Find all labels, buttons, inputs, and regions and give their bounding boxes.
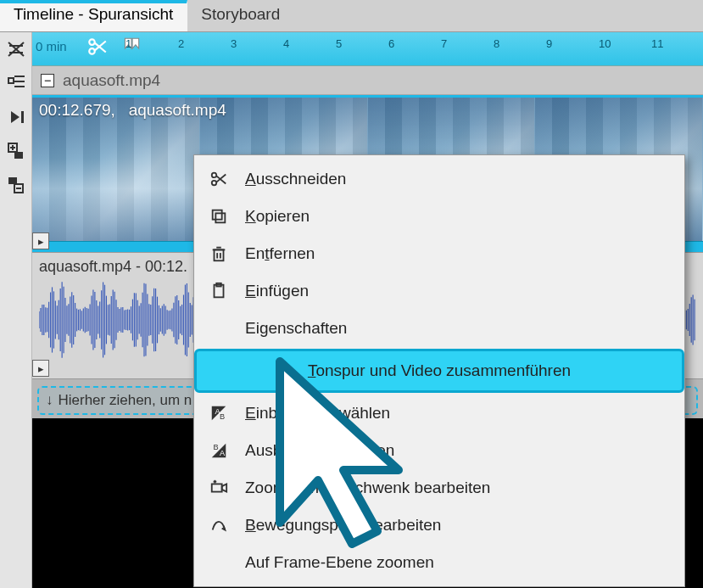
svg-rect-425 [215, 213, 225, 222]
ruler-tick: 11 [651, 37, 663, 50]
camera-icon [206, 479, 232, 497]
context-menu: AusschneidenKopierenEntfernenEinfügenEig… [193, 154, 685, 587]
menu-item-label: Entfernen [245, 244, 315, 263]
menu-item-label: Kopieren [245, 207, 310, 226]
menu-item-fadein[interactable]: ABEinblendung wählen [194, 395, 684, 432]
ruler-tick: 9 [546, 37, 552, 50]
view-tabs: Timeline - Spuransicht Storyboard [0, 0, 703, 32]
tool-add-above-icon[interactable] [4, 139, 28, 163]
menu-item-label: Auf Frame-Ebene zoomen [245, 553, 434, 572]
menu-item-label: Ausblendung wählen [245, 441, 394, 460]
clip-play-icon[interactable]: ▸ [32, 232, 49, 249]
svg-text:B: B [214, 443, 219, 451]
trash-icon [206, 244, 232, 263]
svg-text:B: B [220, 412, 225, 421]
ruler-tick: 6 [388, 37, 394, 50]
menu-item-label: Eigenschaften [245, 319, 347, 338]
ruler-tick: 7 [441, 37, 447, 50]
svg-marker-441 [222, 484, 227, 491]
svg-rect-14 [8, 177, 17, 184]
collapse-toggle-icon[interactable]: − [41, 74, 54, 87]
track-filename: aquasoft.mp4 [63, 71, 160, 90]
path-icon [206, 516, 232, 535]
left-toolbar [0, 32, 32, 588]
svg-rect-440 [212, 484, 222, 491]
menu-item-zoompan[interactable]: Zoom/Kameraschwenk bearbeiten [194, 469, 684, 507]
tab-storyboard[interactable]: Storyboard [187, 0, 294, 31]
svg-point-421 [212, 173, 217, 178]
menu-item-label: Zoom/Kameraschwenk bearbeiten [245, 479, 490, 497]
menu-item-framezoom[interactable]: Auf Frame-Ebene zoomen [194, 544, 684, 581]
ruler-tick: 4 [283, 37, 289, 50]
ruler-tick: 1 [126, 37, 131, 50]
tab-timeline[interactable]: Timeline - Spuransicht [0, 0, 187, 31]
svg-line-424 [216, 175, 226, 182]
paste-icon [206, 282, 232, 300]
fadein-icon: AB [206, 404, 232, 423]
svg-line-423 [216, 176, 226, 183]
menu-item-label: Einfügen [245, 282, 309, 300]
svg-rect-13 [14, 152, 23, 159]
menu-item-label: Ausschneiden [245, 170, 346, 188]
menu-item-properties[interactable]: Eigenschaften [194, 310, 684, 347]
svg-rect-426 [213, 210, 222, 220]
ruler-tick: 5 [336, 37, 342, 50]
copy-icon [206, 207, 232, 226]
menu-item-copy[interactable]: Kopieren [194, 198, 684, 235]
svg-rect-4 [8, 78, 14, 83]
tool-ruler-icon[interactable] [4, 37, 28, 61]
clip-timecode: 00:12.679, [39, 101, 115, 119]
ruler-tick: 10 [599, 37, 611, 50]
menu-item-delete[interactable]: Entfernen [194, 235, 684, 272]
clip-filename: aquasoft.mp4 [129, 101, 226, 119]
fadeout-icon: AB [206, 441, 232, 460]
down-arrow-icon: ↓ [46, 392, 53, 409]
dropzone-label: Hierher ziehen, um n [59, 392, 192, 409]
menu-item-motionpath[interactable]: Bewegungspfad bearbeiten [194, 507, 684, 544]
menu-item-cut[interactable]: Ausschneiden [194, 160, 684, 198]
svg-text:A: A [220, 449, 226, 457]
audio-play-icon[interactable]: ▸ [32, 360, 49, 377]
svg-rect-427 [215, 249, 224, 260]
ruler-tick: 2 [178, 37, 184, 50]
ruler-tick: 8 [494, 37, 499, 50]
scissors-icon [206, 170, 232, 188]
tool-add-below-icon[interactable] [4, 173, 28, 197]
menu-item-label: Bewegungspfad bearbeiten [245, 516, 441, 535]
svg-point-422 [212, 181, 217, 186]
tool-play-icon[interactable] [4, 105, 28, 129]
menu-item-fadeout[interactable]: ABAusblendung wählen [194, 432, 684, 469]
ruler-zero-label: 0 min [36, 39, 67, 53]
svg-rect-9 [21, 111, 24, 123]
menu-item-label: Tonspur und Video zusammenführen [308, 361, 571, 380]
track-header[interactable]: − aquasoft.mp4 [32, 66, 703, 95]
svg-marker-8 [11, 111, 20, 123]
time-ruler[interactable]: 0 min 123456789101112 [32, 32, 703, 66]
menu-item-label: Einblendung wählen [245, 404, 390, 423]
menu-item-paste[interactable]: Einfügen [194, 272, 684, 310]
ruler-tick: 3 [231, 37, 237, 50]
tool-track-icon[interactable] [4, 71, 28, 95]
menu-item-merge[interactable]: Tonspur und Video zusammenführen [194, 349, 684, 393]
